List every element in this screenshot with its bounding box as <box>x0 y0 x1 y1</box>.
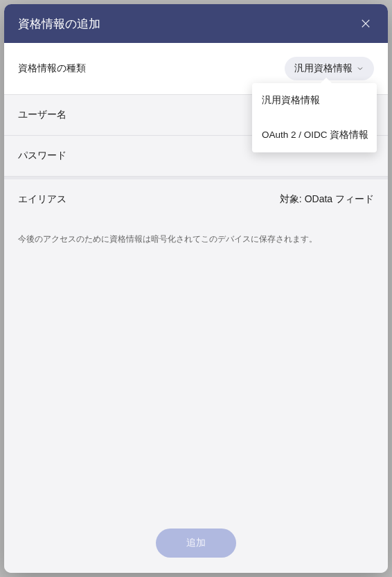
credential-type-label: 資格情報の種類 <box>18 62 86 75</box>
modal-header: 資格情報の追加 <box>4 4 388 43</box>
dropdown-option-generic[interactable]: 汎用資格情報 <box>252 83 377 118</box>
alias-row[interactable]: エイリアス 対象: OData フィード <box>4 177 388 220</box>
add-credentials-modal: 資格情報の追加 資格情報の種類 汎用資格情報 汎用資格情報 OAuth 2 / … <box>4 4 388 573</box>
modal-content: 資格情報の種類 汎用資格情報 汎用資格情報 OAuth 2 / OIDC 資格情… <box>4 43 388 516</box>
modal-footer: 追加 <box>4 516 388 573</box>
username-label: ユーザー名 <box>18 109 66 121</box>
close-icon <box>359 17 372 30</box>
credential-type-selected: 汎用資格情報 <box>294 62 353 75</box>
chevron-down-icon <box>356 64 364 73</box>
alias-value: 対象: OData フィード <box>280 193 374 206</box>
credential-type-dropdown[interactable]: 汎用資格情報 <box>285 57 374 80</box>
add-button[interactable]: 追加 <box>156 529 236 558</box>
storage-hint: 今後のアクセスのために資格情報は暗号化されてこのデバイスに保存されます。 <box>4 220 388 259</box>
modal-title: 資格情報の追加 <box>18 16 100 32</box>
credential-type-menu: 汎用資格情報 OAuth 2 / OIDC 資格情報 <box>252 83 377 152</box>
dropdown-option-oauth[interactable]: OAuth 2 / OIDC 資格情報 <box>252 118 377 152</box>
password-label: パスワード <box>18 150 66 162</box>
alias-label: エイリアス <box>18 193 66 206</box>
close-button[interactable] <box>357 15 374 32</box>
